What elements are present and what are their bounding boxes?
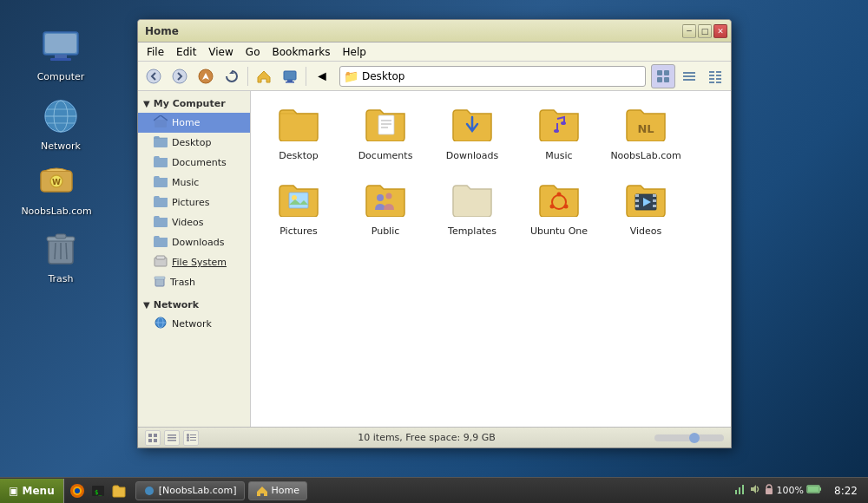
maximize-button[interactable]: □ [698,24,712,38]
network-label: Network [41,140,81,152]
svg-rect-90 [739,487,740,494]
menu-edit[interactable]: Edit [171,44,201,60]
file-item-videos[interactable]: Videos [607,175,685,242]
file-item-desktop[interactable]: Desktop [260,100,338,167]
svg-text:$_: $_ [95,489,102,496]
sidebar-item-trash-label: Trash [170,277,195,288]
menu-view[interactable]: View [203,44,238,60]
sidebar-item-pictures[interactable]: Pictures [138,193,250,212]
sidebar-item-trash[interactable]: Trash [138,272,250,292]
desktop-icon-noobslab[interactable]: W NoobsLab.com [17,160,95,217]
svg-rect-23 [287,80,293,82]
sidebar-item-music[interactable]: Music [138,173,250,193]
address-bar[interactable]: 📁 Desktop [339,66,646,87]
desktop-folder-icon [154,135,168,150]
taskbar-icon-terminal[interactable]: $_ [89,481,108,500]
view-icons-button[interactable] [651,64,675,88]
reload-button[interactable] [220,64,244,88]
minimize-button[interactable]: ─ [682,24,696,38]
view-list-button[interactable] [677,64,701,88]
file-item-templates[interactable]: Templates [433,175,511,242]
file-name-pictures: Pictures [279,225,318,237]
sidebar-section-my-computer[interactable]: ▼ My Computer [138,95,250,113]
svg-point-88 [145,487,154,495]
sidebar-item-network-label: Network [172,318,212,330]
file-item-public[interactable]: Public [346,175,424,242]
taskbar-window-noobslab[interactable]: [NoobsLab.com] [135,481,245,500]
sidebar-item-documents[interactable]: Documents [138,153,250,173]
downloads-folder-icon-large [451,105,493,147]
desktop-icon-network[interactable]: Network [26,95,95,152]
home-button[interactable] [252,64,276,88]
svg-rect-43 [155,278,164,286]
svg-rect-64 [635,194,639,197]
svg-rect-30 [683,75,695,77]
sidebar-section-network[interactable]: ▼ Network [138,296,250,314]
close-button[interactable]: ✕ [713,24,727,38]
zoom-handle[interactable] [689,433,700,443]
back-button[interactable] [141,64,166,88]
address-text: Desktop [362,70,405,82]
sidebar-item-desktop-label: Desktop [172,137,211,148]
svg-text:W: W [52,178,61,186]
file-item-downloads[interactable]: Downloads [433,100,511,167]
file-item-noobslab[interactable]: NL NoobsLab.com [607,100,685,167]
taskbar: ▣ Menu $_ [NoobsLab.com] Home [0,477,868,503]
svg-point-81 [187,436,189,439]
file-name-downloads: Downloads [446,150,498,161]
svg-rect-3 [50,58,71,61]
menu-help[interactable]: Help [338,44,372,60]
toggle-button[interactable]: ◄ [310,64,334,88]
up-button[interactable] [194,64,218,88]
home-folder-icon [154,115,168,130]
trash-icon [40,228,82,270]
svg-rect-37 [716,78,721,80]
svg-rect-27 [657,77,662,82]
music-folder-icon [154,175,168,190]
network-section-label: Network [154,299,199,310]
taskbar-icon-files[interactable] [109,481,128,500]
svg-point-19 [147,69,161,83]
taskbar-right: 100% 8:22 [724,483,868,498]
file-item-music[interactable]: Music [520,100,598,167]
sidebar-item-downloads[interactable]: Downloads [138,232,250,252]
svg-rect-26 [664,70,669,75]
svg-rect-48 [378,115,394,134]
file-content-area: Desktop Documents [251,91,731,427]
svg-rect-89 [735,490,737,494]
svg-rect-55 [289,193,308,208]
file-name-desktop: Desktop [279,150,318,161]
statusbar-btn-1[interactable] [145,430,161,446]
zoom-bar[interactable] [654,434,724,441]
menu-bookmarks[interactable]: Bookmarks [266,44,335,60]
statusbar-btn-2[interactable] [164,430,180,446]
sidebar-item-videos[interactable]: Videos [138,212,250,232]
network-status-icon [733,483,746,498]
svg-rect-1 [45,34,76,53]
forward-button[interactable] [168,64,192,88]
file-item-ubuntuone[interactable]: Ubuntu One [520,175,598,242]
file-item-pictures[interactable]: Pictures [260,175,338,242]
sidebar-item-desktop[interactable]: Desktop [138,133,250,153]
view-compact-button[interactable] [703,64,727,88]
svg-rect-65 [635,199,639,202]
file-name-ubuntuone: Ubuntu One [530,225,588,237]
sidebar-item-network[interactable]: Network [138,314,250,334]
menu-button[interactable]: ▣ Menu [0,479,64,503]
file-item-documents[interactable]: Documents [346,100,424,167]
computer-button[interactable] [278,64,302,88]
taskbar-window-home[interactable]: Home [248,481,307,500]
menu-file[interactable]: File [141,44,169,60]
desktop-icon-computer[interactable]: Computer [26,26,95,82]
desktop-icon-trash[interactable]: Trash [26,228,95,284]
statusbar-btn-3[interactable] [183,430,199,446]
menu-label: ▣ Menu [9,485,55,497]
sidebar-item-home[interactable]: Home [138,113,250,133]
window-titlebar: Home ─ □ ✕ [138,20,731,42]
menu-go[interactable]: Go [240,44,266,60]
taskbar-icon-firefox[interactable] [68,481,87,500]
sidebar-item-filesystem[interactable]: File System [138,252,250,272]
documents-folder-icon-large [365,105,406,147]
file-name-public: Public [372,225,400,237]
window-body: ▼ My Computer Home Desktop Documents [138,91,731,427]
